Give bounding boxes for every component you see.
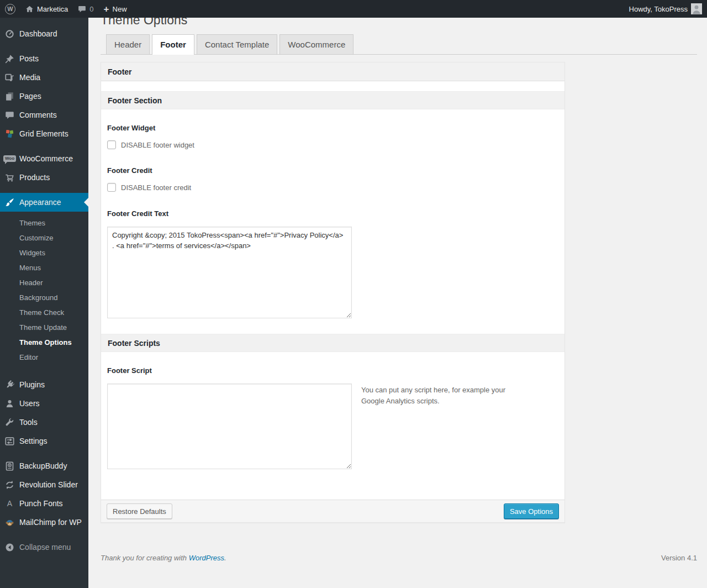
pin-icon (0, 54, 19, 64)
save-options-button[interactable]: Save Options (504, 503, 559, 519)
sidebar-item-plugins[interactable]: Plugins (0, 375, 88, 394)
sidebar-item-label: Grid Elements (19, 129, 68, 138)
sidebar-item-label: Pages (19, 92, 41, 101)
sidebar-menu-group: BackupBuddyRevolution SliderAPunch Fonts… (0, 456, 88, 532)
panel-footer-bar: Restore Defaults Save Options (101, 500, 564, 522)
wordpress-logo-icon: W (5, 4, 15, 14)
sidebar-item-pages[interactable]: Pages (0, 87, 88, 106)
cart-icon (0, 173, 19, 182)
submenu-item-customize[interactable]: Customize (0, 230, 88, 245)
tab-footer[interactable]: Footer (152, 34, 194, 55)
mailchimp-monkey-icon (0, 518, 19, 527)
sidebar-item-appearance[interactable]: Appearance (0, 193, 88, 212)
sidebar-menu-group: PluginsUsersToolsSettings (0, 375, 88, 450)
sidebar-item-label: WooCommerce (19, 154, 73, 163)
sidebar-item-backupbuddy[interactable]: BackupBuddy (0, 456, 88, 475)
panel-gap (101, 81, 564, 91)
new-content-menu[interactable]: + New (99, 0, 132, 18)
sidebar-item-label: Tools (19, 418, 38, 427)
footer-credit-text-textarea[interactable]: Copyright &copy; 2015 TokoPress<span><a … (107, 227, 352, 318)
submenu-item-background[interactable]: Background (0, 290, 88, 305)
admin-bar: W Marketica 0 + New Howdy, TokoPress (0, 0, 707, 18)
sidebar-menu-group: WooWooCommerceProducts (0, 149, 88, 187)
disable-footer-widget-label: DISABLE footer widget (121, 141, 194, 149)
thanks-prefix: Thank you for creating with (101, 554, 189, 562)
footer-script-label: Footer Script (107, 366, 553, 375)
version-label: Version 4.1 (661, 554, 697, 562)
sidebar-item-dashboard[interactable]: Dashboard (0, 24, 88, 43)
footer-scripts-fields: Footer Script You can put any script her… (101, 352, 564, 500)
submenu-item-theme-options[interactable]: Theme Options (0, 335, 88, 350)
section-header-footer-section: Footer Section (101, 91, 564, 109)
comments-shortcut[interactable]: 0 (73, 0, 98, 18)
sidebar-item-settings[interactable]: Settings (0, 432, 88, 450)
sidebar-item-woocommerce[interactable]: WooWooCommerce (0, 149, 88, 168)
sidebar-item-label: Revolution Slider (19, 480, 78, 489)
appearance-submenu: ThemesCustomizeWidgetsMenusHeaderBackgro… (0, 212, 88, 369)
sidebar-item-label: Appearance (19, 198, 61, 207)
footer-credit-check-row: DISABLE footer credit (107, 183, 553, 192)
panel-header-footer: Footer (101, 62, 564, 81)
submenu-item-widgets[interactable]: Widgets (0, 245, 88, 260)
submenu-item-theme-check[interactable]: Theme Check (0, 305, 88, 320)
submenu-item-themes[interactable]: Themes (0, 216, 88, 230)
submenu-item-editor[interactable]: Editor (0, 350, 88, 365)
footer-section-fields: Footer Widget DISABLE footer widget Foot… (101, 109, 564, 334)
sidebar-item-media[interactable]: Media (0, 68, 88, 87)
disable-footer-credit-label: DISABLE footer credit (121, 183, 191, 192)
restore-defaults-button[interactable]: Restore Defaults (107, 503, 172, 519)
howdy-label: Howdy, TokoPress (629, 5, 688, 13)
sidebar-item-mailchimp-for-wp[interactable]: MailChimp for WP (0, 513, 88, 532)
plus-icon: + (104, 4, 109, 14)
admin-bar-spacer (132, 0, 624, 18)
new-label: New (113, 5, 127, 13)
sidebar-item-label: Posts (19, 54, 39, 63)
refresh-arrows-icon (0, 480, 19, 490)
disable-footer-widget-checkbox[interactable] (107, 140, 116, 149)
tab-contact-template[interactable]: Contact Template (197, 34, 277, 54)
site-name-menu[interactable]: Marketica (20, 0, 73, 18)
sidebar-menu-group: AppearanceThemesCustomizeWidgetsMenusHea… (0, 193, 88, 369)
sidebar-item-label: Users (19, 399, 40, 408)
comments-icon (0, 111, 19, 120)
sidebar-item-posts[interactable]: Posts (0, 49, 88, 68)
submenu-item-header[interactable]: Header (0, 275, 88, 290)
tab-woocommerce[interactable]: WooCommerce (279, 34, 354, 54)
site-name-label: Marketica (37, 5, 68, 13)
sidebar-item-collapse-menu[interactable]: Collapse menu (0, 538, 88, 556)
collapse-arrow-icon (0, 543, 19, 552)
wordpress-menu[interactable]: W (0, 0, 20, 18)
submenu-item-menus[interactable]: Menus (0, 260, 88, 275)
main-content: Theme Options HeaderFooterContact Templa… (88, 0, 707, 570)
admin-sidebar-menu: DashboardPostsMediaPagesCommentsGrid Ele… (0, 18, 88, 588)
sidebar-item-grid-elements[interactable]: Grid Elements (0, 124, 88, 143)
sidebar-item-label: Media (19, 73, 40, 82)
disable-footer-credit-checkbox[interactable] (107, 183, 116, 192)
footer-credit-text-label: Footer Credit Text (107, 209, 553, 218)
my-account-menu[interactable]: Howdy, TokoPress (624, 0, 707, 18)
wrench-icon (0, 418, 19, 427)
woocommerce-icon: Woo (0, 155, 19, 162)
sidebar-item-comments[interactable]: Comments (0, 106, 88, 124)
submenu-item-theme-update[interactable]: Theme Update (0, 320, 88, 335)
media-icon (0, 73, 19, 82)
sidebar-item-users[interactable]: Users (0, 394, 88, 413)
sidebar-item-label: Collapse menu (19, 543, 71, 552)
sidebar-menu-group: Dashboard (0, 24, 88, 43)
footer-thanks-text: Thank you for creating with WordPress. (101, 554, 226, 562)
sidebar-item-revolution-slider[interactable]: Revolution Slider (0, 475, 88, 494)
footer-script-textarea[interactable] (107, 384, 352, 469)
sidebar-item-label: Settings (19, 437, 48, 445)
footer-options-panel: Footer Footer Section Footer Widget DISA… (101, 62, 565, 523)
sidebar-menu-group: Collapse menu (0, 538, 88, 556)
tab-header[interactable]: Header (106, 34, 150, 54)
wordpress-link[interactable]: WordPress (189, 554, 224, 562)
sidebar-item-tools[interactable]: Tools (0, 413, 88, 432)
section-header-footer-scripts: Footer Scripts (101, 334, 564, 352)
grid-elements-icon (0, 129, 19, 139)
sidebar-item-label: Dashboard (19, 29, 57, 38)
sidebar-item-punch-fonts[interactable]: APunch Fonts (0, 494, 88, 513)
plugin-icon (0, 380, 19, 390)
sidebar-item-products[interactable]: Products (0, 168, 88, 187)
home-icon (25, 5, 34, 13)
